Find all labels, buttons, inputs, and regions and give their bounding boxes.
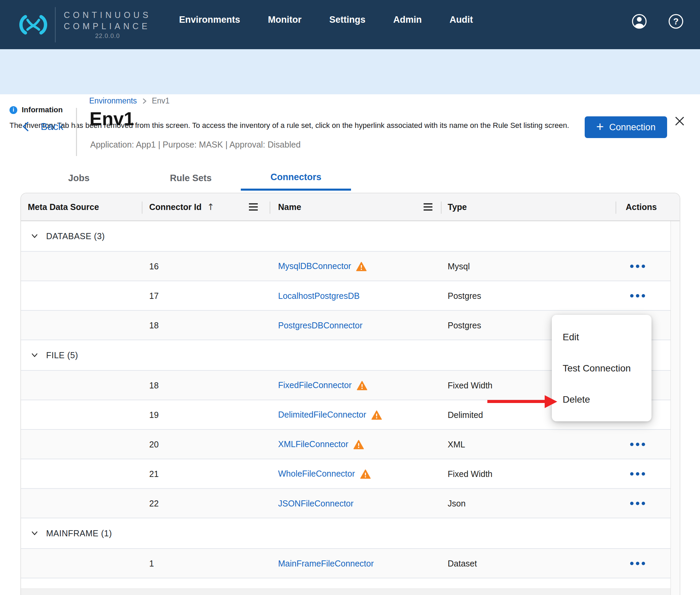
connector-type: XML [448,439,465,449]
close-icon[interactable] [674,116,685,127]
connector-id: 18 [149,380,159,390]
sort-ascending-icon[interactable]: ↑ [207,202,214,212]
nav-environments[interactable]: Environments [179,15,240,25]
col-connector-id-label: Connector Id [149,202,201,212]
tab-jobs[interactable]: Jobs [24,166,134,191]
connector-name-link[interactable]: LocalhostPostgresDB [278,291,359,301]
col-connector-id[interactable]: Connector Id ↑ [149,202,214,212]
col-type[interactable]: Type [448,202,467,212]
connector-type: Mysql [448,261,470,271]
add-connection-button[interactable]: + Connection [585,116,667,138]
delphix-logo-icon [18,14,49,35]
breadcrumb-environments[interactable]: Environments [89,96,137,105]
tab-connectors[interactable]: Connectors [241,166,351,191]
connector-type: Delimited [448,410,483,420]
ellipsis-actions-icon[interactable] [617,265,659,268]
chevron-down-icon[interactable] [30,231,39,241]
chevron-down-icon[interactable] [30,529,39,538]
app-version: 22.0.0.0 [64,33,151,40]
connector-type: Postgres [448,320,481,330]
warning-triangle-icon [356,262,367,271]
col-meta-data-source[interactable]: Meta Data Source [28,202,99,212]
banner-title: Information [22,105,63,114]
nav-monitor[interactable]: Monitor [268,15,302,25]
svg-text:?: ? [673,16,679,26]
breadcrumb: Environments Env1 [89,96,170,105]
ellipsis-actions-icon[interactable] [617,294,659,298]
table-row: 17 LocalhostPostgresDB Postgres [21,281,671,311]
header-divider [76,108,77,156]
connector-id: 17 [149,291,159,301]
connector-id: 20 [149,439,159,449]
column-menu-icon[interactable] [248,202,259,212]
tab-rule-sets[interactable]: Rule Sets [136,166,246,191]
annotation-arrow-head [545,395,557,408]
connector-id: 19 [149,410,159,420]
chevron-left-icon [22,121,29,132]
nav-audit[interactable]: Audit [450,15,473,25]
nav-settings[interactable]: Settings [329,15,366,25]
col-actions: Actions [626,202,657,212]
back-label: Back [41,121,63,132]
group-label: FILE (5) [46,350,78,360]
connector-name-link[interactable]: PostgresDBConnector [278,320,363,330]
column-divider [142,201,142,214]
connector-name-link[interactable]: WholeFileConnector [278,469,355,479]
screen: CONTINUOUS COMPLIANCE 22.0.0.0 Environme… [0,0,700,595]
table-header: Meta Data Source Connector Id ↑ Name Typ… [21,193,680,221]
table-row: 16 MysqlDBConnector Mysql [21,252,671,281]
connector-type: Dataset [448,558,477,568]
navbar-icons: ? [631,14,684,29]
connector-type: Postgres [448,291,481,301]
brand-line1: CONTINUOUS [64,9,151,21]
table-row: 21 WholeFileConnector Fixed Width [21,459,671,489]
column-menu-icon[interactable] [422,202,434,212]
menu-item-test-connection[interactable]: Test Connection [552,353,652,384]
warning-triangle-icon [353,440,364,449]
ellipsis-actions-icon[interactable] [617,443,659,446]
page-subtitle: Application: App1 | Purpose: MASK | Appr… [90,140,300,150]
horizontal-scrollbar[interactable] [21,589,670,595]
ellipsis-actions-icon[interactable] [617,562,659,565]
table-row: 1 MainFrameFileConnector Dataset [21,549,671,578]
connector-type: Fixed Width [448,380,492,390]
help-icon[interactable]: ? [668,14,684,29]
group-label: DATABASE (3) [46,231,105,241]
table-row: 20 XMLFileConnector XML [21,430,671,459]
nav-admin[interactable]: Admin [393,15,422,25]
connector-name-link[interactable]: DelimitedFileConnector [278,410,366,420]
connector-name-link[interactable]: FixedFileConnector [278,380,352,390]
col-name[interactable]: Name [278,202,301,212]
ellipsis-actions-icon[interactable] [617,502,659,505]
back-button[interactable]: Back [22,121,63,132]
column-divider [441,201,442,214]
connector-name-link[interactable]: MysqlDBConnector [278,261,351,271]
annotation-arrow-shaft [487,400,547,403]
group-row-mainframe: MAINFRAME (1) [21,518,671,549]
vertical-scrollbar[interactable] [670,221,680,595]
connector-name-link[interactable]: XMLFileConnector [278,439,348,449]
connector-id: 1 [149,558,154,568]
ellipsis-actions-icon[interactable] [617,472,659,476]
chevron-right-icon [142,98,147,104]
connector-id: 21 [149,469,159,479]
chevron-down-icon[interactable] [30,350,39,360]
connector-name-link[interactable]: JSONFileConnector [278,498,353,508]
connector-name-link[interactable]: MainFrameFileConnector [278,558,374,568]
brand-text: CONTINUOUS COMPLIANCE 22.0.0.0 [64,9,151,40]
brand-line2: COMPLIANCE [64,21,151,32]
brand: CONTINUOUS COMPLIANCE 22.0.0.0 [18,7,151,42]
connector-type: Fixed Width [448,469,492,479]
warning-triangle-icon [357,381,367,390]
column-divider [270,201,270,214]
warning-triangle-icon [371,410,382,420]
connector-id: 18 [149,320,159,330]
menu-item-delete[interactable]: Delete [552,384,652,415]
breadcrumb-current: Env1 [152,96,170,105]
top-navbar: CONTINUOUS COMPLIANCE 22.0.0.0 Environme… [0,0,700,49]
user-avatar-icon[interactable] [631,14,647,29]
primary-nav: Environments Monitor Settings Admin Audi… [179,15,473,25]
info-icon: i [9,106,17,114]
menu-item-edit[interactable]: Edit [552,322,652,353]
info-banner: i Information The Inventory Tab has been… [0,49,700,94]
